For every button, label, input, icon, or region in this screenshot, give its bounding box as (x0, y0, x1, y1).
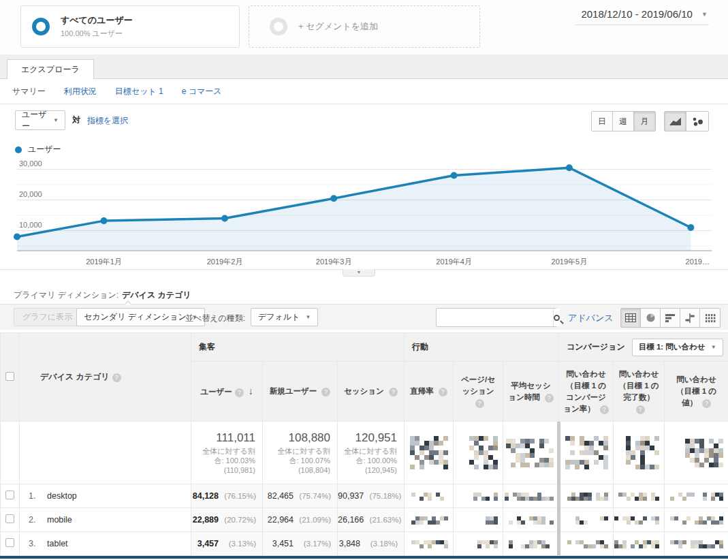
select-all-checkbox[interactable] (5, 372, 14, 381)
subnav-usage[interactable]: 利用状況 (64, 86, 97, 97)
add-segment-button[interactable]: + セグメントを追加 (249, 5, 480, 48)
pivot-view-button[interactable] (700, 309, 720, 327)
granularity-month-button[interactable]: 月 (634, 112, 655, 131)
svg-text:2019年5月: 2019年5月 (552, 258, 588, 266)
help-icon[interactable]: ? (636, 405, 645, 414)
subnav-summary[interactable]: サマリー (12, 86, 46, 97)
segment-all-users[interactable]: すべてのユーザー 100.00% ユーザー (20, 5, 240, 48)
help-icon[interactable]: ? (321, 388, 330, 396)
report-subnav: サマリー 利用状況 目標セット 1 e コマース (0, 79, 728, 104)
col-header-avg-session-duration[interactable]: 平均セッション時間 ? (503, 362, 559, 422)
table-view-button[interactable] (621, 309, 641, 327)
redacted-cell (454, 532, 503, 556)
date-range-selector[interactable]: 2018/12/10 - 2019/06/10 ▼ (575, 8, 709, 25)
totals-row: 111,011 全体に対する割 合: 100.03% (110,981) 108… (1, 422, 728, 484)
subnav-goal-set-1[interactable]: 目標セット 1 (115, 86, 163, 97)
sort-type-dropdown[interactable]: デフォルト ▼ (251, 308, 318, 326)
primary-dimension: プライマリ ディメンション:デバイス カテゴリ (14, 290, 191, 301)
group-header-acquisition: 集客 (191, 333, 405, 362)
comparison-icon (684, 313, 695, 323)
redacted-cell (503, 532, 559, 556)
svg-text:30,000: 30,000 (19, 159, 42, 168)
tab-explorer[interactable]: エクスプローラ (7, 59, 94, 80)
add-segment-label: + セグメントを追加 (298, 20, 378, 33)
col-header-goal-value[interactable]: 問い合わせ（目標 1 の値） ? (665, 362, 728, 422)
row-checkbox[interactable] (5, 491, 14, 499)
motion-chart-icon (691, 116, 703, 126)
total-users: 111,011 全体に対する割 合: 100.03% (110,981) (191, 422, 263, 484)
table-pane-divider[interactable] (557, 422, 560, 555)
report-tabstrip: エクスプローラ (0, 55, 728, 79)
line-chart-button[interactable] (665, 112, 686, 131)
col-header-goal-completions[interactable]: 問い合わせ（目標 1 の完了数） ? (614, 362, 665, 422)
comparison-view-button[interactable] (680, 309, 700, 327)
search-input[interactable] (437, 309, 553, 326)
sort-desc-icon: ↓ (249, 386, 253, 396)
window-bottom-edge (0, 556, 728, 559)
chart-collapse-tab[interactable]: ▼ (343, 269, 375, 277)
redacted-cell (405, 532, 454, 556)
row-checkbox[interactable] (5, 514, 14, 523)
col-header-sessions[interactable]: セッション ? (338, 362, 405, 422)
percentage-view-button[interactable] (641, 309, 661, 327)
redacted-cell (559, 484, 614, 508)
table-row-tablet: 3.tablet 3,457(3.13%) 3,451(3.17%) 3,848… (1, 532, 728, 556)
subnav-ecommerce[interactable]: e コマース (182, 86, 222, 97)
redacted-cell (454, 484, 503, 508)
date-range-text: 2018/12/10 - 2019/06/10 (581, 8, 692, 20)
search-button[interactable] (553, 309, 560, 326)
help-icon[interactable]: ? (389, 388, 398, 396)
total-sessions: 120,951 全体に対する割 合: 100.00% (120,945) (338, 422, 405, 484)
segment-circle-icon (32, 18, 50, 35)
primary-dimension-device-category[interactable]: デバイス カテゴリ (122, 290, 191, 300)
primary-dimension-label: プライマリ ディメンション: (14, 290, 118, 300)
chevron-down-icon: ▼ (701, 11, 708, 18)
col-header-users[interactable]: ユーザー?↓ (191, 362, 263, 422)
help-icon[interactable]: ? (545, 394, 554, 403)
redacted-cell (665, 532, 728, 556)
redacted-cell (614, 532, 665, 556)
redacted-total (665, 422, 728, 484)
select-metric-link[interactable]: 指標を選択 (87, 115, 128, 127)
goal-selector-dropdown[interactable]: 目標 1: 問い合わせ ▼ (632, 339, 723, 356)
col-header-bounce-rate[interactable]: 直帰率 ? (405, 362, 454, 422)
motion-chart-button[interactable] (686, 112, 708, 131)
help-icon[interactable]: ? (235, 388, 244, 397)
redacted-total (503, 422, 559, 484)
granularity-week-button[interactable]: 週 (613, 112, 634, 131)
col-header-pages-per-session[interactable]: ページ/セッション ? (454, 362, 503, 422)
svg-text:2019年4月: 2019年4月 (436, 258, 472, 266)
collapse-arrow-icon: ▼ (357, 270, 362, 275)
redacted-cell (405, 484, 454, 508)
performance-view-button[interactable] (661, 309, 680, 327)
table-row-desktop: 1.desktop 84,128(76.15%) 82,465(75.74%) … (1, 484, 728, 508)
device-name: tablet (47, 539, 68, 548)
help-icon[interactable]: ? (600, 405, 609, 414)
segment-bar: すべてのユーザー 100.00% ユーザー + セグメントを追加 2018/12… (0, 0, 728, 55)
svg-text:2019年3月: 2019年3月 (316, 258, 352, 266)
help-icon[interactable]: ? (702, 399, 711, 408)
redacted-cell (559, 532, 614, 556)
help-icon[interactable]: ? (439, 388, 447, 396)
col-header-goal-conversion-rate[interactable]: 問い合わせ（目標 1 のコンバージョン率） ? (559, 362, 614, 422)
vs-label: 対 (72, 114, 80, 126)
row-checkbox[interactable] (5, 538, 14, 547)
sort-type-label: 並べ替えの種類: (185, 313, 245, 324)
help-icon[interactable]: ? (475, 399, 484, 408)
col-header-device-category[interactable]: デバイス カテゴリ? (20, 333, 191, 422)
svg-text:2019年1月: 2019年1月 (86, 258, 122, 266)
redacted-cell (503, 484, 559, 508)
help-icon[interactable]: ? (112, 373, 121, 382)
chevron-down-icon: ▼ (711, 344, 716, 350)
redacted-cell (454, 508, 503, 532)
advanced-filter-link[interactable]: アドバンス (568, 312, 614, 324)
chevron-down-icon: ▼ (305, 314, 311, 320)
metric-select-value: ユーザー (22, 109, 48, 132)
redacted-total (405, 422, 454, 484)
add-segment-circle-icon (270, 18, 287, 35)
chart-legend: ユーザー (15, 144, 61, 155)
metric-select-dropdown[interactable]: ユーザー ▼ (15, 110, 65, 130)
col-header-new-users[interactable]: 新規ユーザー ? (263, 362, 338, 422)
chart-type-toggle (664, 111, 709, 131)
granularity-day-button[interactable]: 日 (592, 112, 613, 131)
